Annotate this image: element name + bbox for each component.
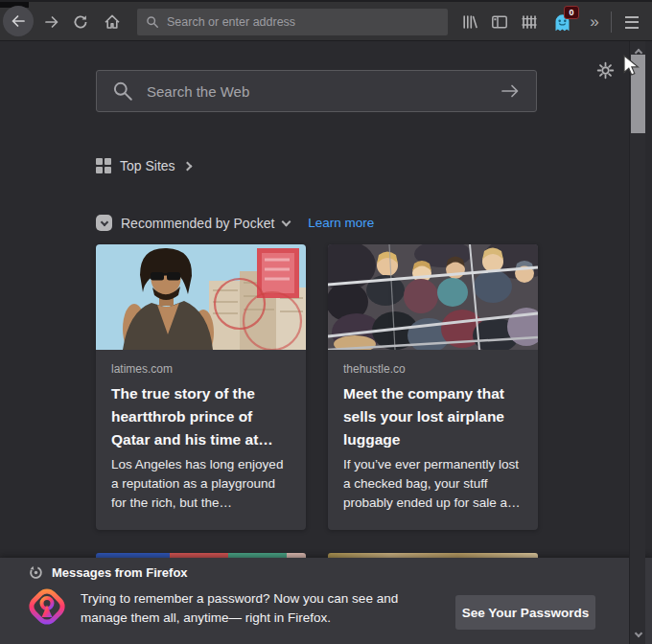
- top-sites-header[interactable]: Top Sites: [96, 158, 191, 173]
- sidebar-button[interactable]: [487, 10, 512, 34]
- menu-button[interactable]: [619, 10, 644, 34]
- article-image-illustration: [96, 244, 306, 350]
- gear-icon: [596, 61, 615, 80]
- card-domain: thehustle.co: [343, 362, 523, 376]
- message-text-line1: Trying to remember a password? Now you c…: [81, 589, 398, 609]
- browser-window: Search or enter address: [0, 0, 652, 644]
- message-text: Trying to remember a password? Now you c…: [81, 589, 398, 628]
- back-button[interactable]: [3, 6, 34, 36]
- article-image-photo: [328, 244, 538, 350]
- card-excerpt: Los Angeles has long enjoyed a reputatio…: [111, 455, 291, 513]
- learn-more-link[interactable]: Learn more: [308, 216, 374, 230]
- card-title[interactable]: Meet the company that sells your lost ai…: [343, 382, 523, 451]
- pocket-card-thehustle[interactable]: thehustle.co Meet the company that sells…: [328, 244, 538, 530]
- messages-from-firefox-panel: Messages from Firefox Trying to remember…: [0, 558, 652, 644]
- chevron-right-icon: [182, 161, 192, 171]
- extension-badge: 0: [564, 6, 579, 19]
- overflow-chevron-icon: »: [590, 12, 596, 32]
- card-title[interactable]: The true story of the heartthrob prince …: [111, 382, 291, 451]
- mouse-cursor: [622, 55, 643, 81]
- address-bar[interactable]: Search or enter address: [137, 9, 448, 35]
- search-submit-arrow-icon[interactable]: [500, 81, 521, 101]
- back-arrow-icon: [10, 12, 27, 30]
- card-excerpt: If you’ve ever permanently lost a checke…: [343, 455, 523, 513]
- search-icon: [112, 80, 133, 102]
- reload-icon: [72, 13, 89, 31]
- pocket-icon: [96, 215, 112, 231]
- library-icon: [461, 13, 478, 31]
- reload-button[interactable]: [68, 10, 93, 34]
- card-body: thehustle.co Meet the company that sells…: [328, 350, 538, 513]
- forward-button[interactable]: [39, 10, 64, 34]
- chevron-down-icon[interactable]: [282, 217, 291, 226]
- pocket-section-label[interactable]: Recommended by Pocket: [121, 216, 274, 231]
- newtab-settings-button[interactable]: [596, 61, 615, 83]
- forward-arrow-icon: [43, 13, 60, 31]
- extension-fence-button[interactable]: [517, 10, 542, 34]
- home-icon: [104, 13, 121, 31]
- see-your-passwords-button[interactable]: See Your Passwords: [455, 595, 595, 630]
- top-sites-label: Top Sites: [120, 158, 175, 173]
- overflow-menu-button[interactable]: »: [581, 10, 606, 34]
- pocket-section-header: Recommended by Pocket Learn more: [96, 215, 374, 231]
- hamburger-icon: [625, 16, 639, 29]
- message-text-line2: manage them all, anytime— right in Firef…: [81, 609, 398, 628]
- lockwise-icon: [25, 585, 69, 632]
- navigation-toolbar: Search or enter address: [0, 0, 652, 41]
- top-sites-grid-icon: [96, 158, 111, 173]
- toolbar-separator: [611, 12, 612, 33]
- messages-header: Messages from Firefox: [29, 565, 188, 580]
- newtab-search-input[interactable]: Search the Web: [96, 70, 537, 112]
- newtab-search-placeholder: Search the Web: [147, 83, 486, 100]
- search-icon: [146, 15, 159, 29]
- scrollbar-down-arrow[interactable]: [630, 628, 646, 642]
- messages-header-label: Messages from Firefox: [52, 565, 188, 580]
- library-button[interactable]: [457, 10, 482, 34]
- scrollbar[interactable]: [629, 41, 645, 644]
- address-bar-placeholder: Search or enter address: [167, 15, 295, 29]
- fence-icon: [521, 13, 538, 31]
- refresh-circle-icon: [29, 565, 43, 580]
- pocket-card-latimes[interactable]: latimes.com The true story of the heartt…: [96, 244, 306, 530]
- card-domain: latimes.com: [111, 362, 291, 376]
- card-body: latimes.com The true story of the heartt…: [96, 350, 306, 513]
- home-button[interactable]: [100, 10, 125, 34]
- sidebar-icon: [491, 13, 508, 31]
